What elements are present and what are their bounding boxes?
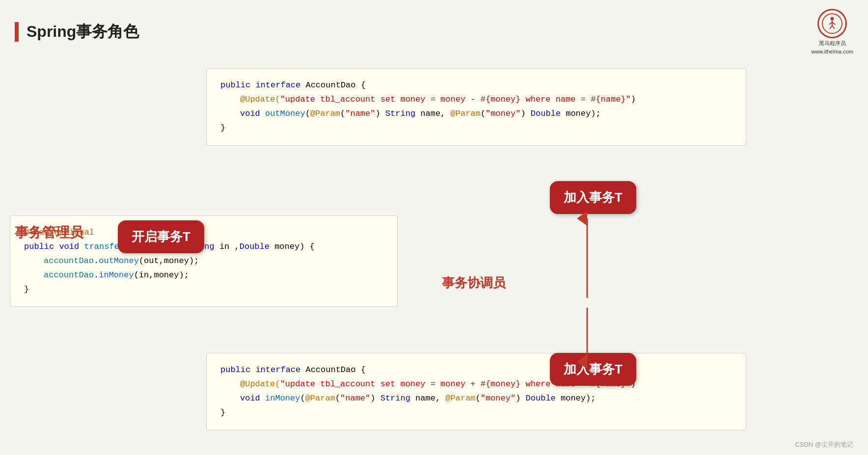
svg-point-1 bbox=[831, 17, 834, 21]
svg-line-5 bbox=[830, 26, 832, 29]
logo-icon bbox=[821, 13, 843, 34]
svg-line-6 bbox=[832, 26, 835, 29]
label-coordinator: 事务协调员 bbox=[442, 274, 506, 292]
main-content: public interface AccountDao { @Update("u… bbox=[0, 63, 868, 455]
label-manager: 事务管理员 bbox=[15, 223, 83, 242]
code-box-top: public interface AccountDao { @Update("u… bbox=[206, 68, 746, 146]
page-title: Spring事务角色 bbox=[27, 21, 139, 43]
header: Spring事务角色 黑马程序员 www.itheima.com bbox=[0, 0, 868, 63]
code-line-b2: @Update("update tbl_account set money = … bbox=[220, 377, 732, 392]
code-line-2: @Update("update tbl_account set money = … bbox=[220, 93, 732, 107]
code-box-bottom: public interface AccountDao { @Update("u… bbox=[206, 353, 746, 430]
code-line-4: } bbox=[220, 121, 732, 135]
code-line-b1: public interface AccountDao { bbox=[220, 363, 732, 377]
btn-join-top: 加入事务T bbox=[550, 181, 636, 214]
logo-name: 黑马程序员 bbox=[819, 40, 846, 47]
footer: CSDN @尘开的笔记 bbox=[795, 440, 853, 449]
code-line-m4: accountDao.inMoney(in,money); bbox=[24, 268, 383, 283]
logo-circle bbox=[817, 9, 847, 38]
code-line-1: public interface AccountDao { bbox=[220, 79, 732, 93]
logo-website: www.itheima.com bbox=[811, 49, 853, 54]
btn-open-transaction: 开启事务T bbox=[118, 220, 204, 253]
logo: 黑马程序员 www.itheima.com bbox=[811, 9, 853, 54]
btn-join-bottom: 加入事务T bbox=[550, 353, 636, 386]
code-line-b4: } bbox=[220, 406, 732, 420]
code-line-m3: accountDao.outMoney(out,money); bbox=[24, 254, 383, 268]
code-line-b3: void inMoney(@Param("name") String name,… bbox=[220, 392, 732, 406]
header-accent-bar bbox=[15, 22, 19, 42]
code-line-m5: } bbox=[24, 283, 383, 297]
code-line-3: void outMoney(@Param("name") String name… bbox=[220, 107, 732, 121]
